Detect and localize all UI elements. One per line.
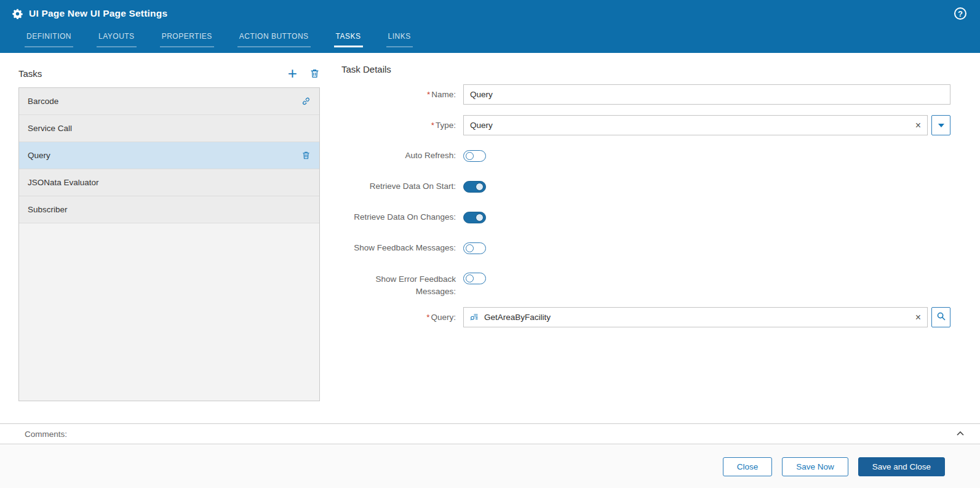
top-bar: UI Page New UI Page Settings ? DEFINITIO… [0, 0, 980, 53]
show-feedback-row: Show Feedback Messages: [341, 242, 950, 254]
tab-layouts[interactable]: LAYOUTS [97, 28, 137, 47]
ui-page-settings-window: UI Page New UI Page Settings ? DEFINITIO… [0, 0, 980, 488]
tasks-panel: Tasks + Barcode [18, 64, 320, 401]
show-feedback-label: Show Feedback Messages: [341, 242, 463, 254]
task-list: Barcode Service Call [18, 87, 320, 401]
name-input[interactable]: Query [463, 84, 950, 105]
help-icon[interactable]: ? [954, 7, 966, 20]
type-combobox[interactable]: Query × [463, 115, 928, 135]
task-item-label: Query [28, 151, 301, 160]
auto-refresh-label: Auto Refresh: [341, 150, 463, 162]
comments-label: Comments: [25, 430, 955, 439]
required-marker: * [431, 121, 434, 130]
task-list-item-barcode[interactable]: Barcode [19, 88, 319, 115]
type-label: *Type: [341, 119, 463, 132]
type-field-row: *Type: Query × [341, 115, 950, 135]
clear-icon[interactable]: × [915, 313, 921, 322]
link-icon[interactable] [301, 97, 311, 106]
name-label: *Name: [341, 89, 463, 101]
title-row: UI Page New UI Page Settings [0, 0, 980, 27]
tasks-panel-title: Tasks [18, 68, 288, 79]
query-label: *Query: [341, 311, 463, 324]
toggle-knob [466, 244, 474, 252]
name-value: Query [470, 90, 493, 99]
retrieve-on-start-toggle[interactable] [463, 181, 486, 193]
clear-icon[interactable]: × [915, 121, 921, 130]
task-details-title: Task Details [341, 64, 950, 74]
type-dropdown-button[interactable] [931, 115, 950, 135]
query-value: GetAreaByFacility [484, 313, 551, 322]
task-details-panel: Task Details *Name: Query *Type: Query × [341, 64, 950, 327]
main-content: Tasks + Barcode [0, 53, 980, 423]
show-error-feedback-row: Show Error Feedback Messages: [341, 273, 950, 297]
task-list-item-query[interactable]: Query [19, 142, 319, 169]
tab-tasks[interactable]: TASKS [334, 28, 363, 47]
save-now-button[interactable]: Save Now [782, 457, 848, 476]
comments-bar: Comments: [0, 423, 980, 444]
show-error-feedback-toggle[interactable] [463, 273, 486, 284]
task-list-item-service-call[interactable]: Service Call [19, 115, 319, 142]
page-title: UI Page New UI Page Settings [29, 8, 167, 19]
toggle-knob [476, 214, 484, 222]
auto-refresh-row: Auto Refresh: [341, 150, 950, 162]
trash-icon[interactable] [301, 151, 311, 160]
query-input[interactable]: GetAreaByFacility × [463, 307, 928, 327]
auto-refresh-toggle[interactable] [463, 150, 486, 162]
task-list-item-jsonata-evaluator[interactable]: JSONata Evaluator [19, 169, 319, 196]
tasks-panel-header: Tasks + [18, 64, 320, 82]
chevron-down-icon [938, 124, 944, 127]
tab-action-buttons[interactable]: ACTION BUTTONS [237, 28, 311, 47]
tab-properties[interactable]: PROPERTIES [160, 28, 214, 47]
toggle-knob [476, 183, 484, 191]
toggle-knob [466, 152, 474, 160]
task-item-label: Barcode [28, 97, 301, 106]
retrieve-on-changes-label: Retrieve Data On Changes: [341, 211, 463, 223]
retrieve-on-changes-toggle[interactable] [463, 212, 486, 223]
query-search-button[interactable] [931, 307, 950, 327]
close-button[interactable]: Close [723, 457, 773, 476]
task-item-label: Service Call [28, 124, 311, 133]
toggle-knob [466, 274, 474, 282]
retrieve-on-start-row: Retrieve Data On Start: [341, 180, 950, 193]
retrieve-on-changes-row: Retrieve Data On Changes: [341, 211, 950, 223]
add-task-button[interactable]: + [288, 67, 297, 79]
name-field-row: *Name: Query [341, 84, 950, 105]
required-marker: * [427, 90, 430, 99]
type-value: Query [470, 121, 493, 130]
footer-bar: Close Save Now Save and Close [0, 445, 980, 488]
gear-icon [12, 9, 23, 19]
query-field-row: *Query: GetAreaByFacility × [341, 307, 950, 327]
search-icon [936, 311, 946, 324]
save-and-close-button[interactable]: Save and Close [858, 457, 945, 476]
query-icon [470, 313, 479, 322]
tab-bar: DEFINITION LAYOUTS PROPERTIES ACTION BUT… [0, 28, 980, 47]
tab-definition[interactable]: DEFINITION [25, 28, 73, 47]
delete-task-button[interactable] [309, 68, 320, 79]
task-item-label: JSONata Evaluator [28, 178, 311, 187]
task-list-item-subscriber[interactable]: Subscriber [19, 196, 319, 223]
chevron-up-icon[interactable] [955, 429, 965, 439]
tab-links[interactable]: LINKS [386, 28, 413, 47]
retrieve-on-start-label: Retrieve Data On Start: [341, 180, 463, 193]
show-feedback-toggle[interactable] [463, 242, 486, 254]
required-marker: * [426, 313, 429, 322]
task-item-label: Subscriber [28, 205, 311, 214]
show-error-feedback-label: Show Error Feedback Messages: [341, 273, 463, 297]
